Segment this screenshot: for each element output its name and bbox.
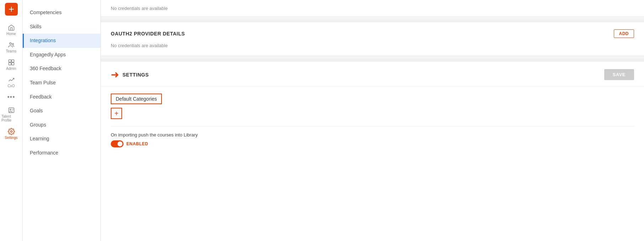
app-logo[interactable] xyxy=(5,3,18,16)
oauth2-no-credentials-text: No credentials are available xyxy=(111,41,168,50)
settings-header-row: ➜ SETTINGS SAVE xyxy=(101,62,644,86)
settings-save-button[interactable]: SAVE xyxy=(604,69,634,80)
svg-rect-4 xyxy=(9,60,11,62)
home-icon xyxy=(8,24,15,31)
sidebar-item-groups[interactable]: Groups xyxy=(23,118,100,132)
push-to-library-toggle[interactable] xyxy=(111,140,124,147)
top-no-credentials-section: No credentials are available xyxy=(101,0,644,17)
nav-item-home[interactable]: Home xyxy=(0,21,22,39)
toggle-state-label: ENABLED xyxy=(126,141,148,146)
arrow-right-icon: ➜ xyxy=(111,69,119,80)
talent-profile-icon xyxy=(8,107,15,114)
nav-item-more[interactable]: ••• xyxy=(0,91,22,104)
divider-2 xyxy=(101,59,644,62)
nav-item-cxo[interactable]: CxO xyxy=(0,73,22,91)
more-dots-icon: ••• xyxy=(7,94,15,101)
toggle-row: On importing push the courses into Libra… xyxy=(111,126,634,147)
oauth2-add-button[interactable]: ADD xyxy=(614,29,634,38)
sidebar-item-competencies[interactable]: Competencies xyxy=(23,6,100,20)
nav-item-admin[interactable]: Admin xyxy=(0,56,22,73)
sidebar-item-skills[interactable]: Skills xyxy=(23,20,100,34)
settings-icon xyxy=(8,128,15,135)
toggle-label-text: On importing push the courses into Libra… xyxy=(111,132,634,138)
settings-section: ➜ SETTINGS SAVE Default Categories + On … xyxy=(101,62,644,241)
nav-item-settings[interactable]: Settings xyxy=(0,125,22,142)
oauth2-section: OAUTH2 PROVIDER DETAILS ADD No credentia… xyxy=(101,22,644,56)
oauth2-no-credentials: No credentials are available xyxy=(111,42,634,49)
nav-label-cxo: CxO xyxy=(8,84,15,88)
admin-icon xyxy=(8,59,15,66)
svg-rect-5 xyxy=(11,60,14,62)
sidebar-item-learning[interactable]: Learning xyxy=(23,132,100,146)
settings-title-wrap: ➜ SETTINGS xyxy=(111,69,149,80)
main-content: No credentials are available OAUTH2 PROV… xyxy=(101,0,644,241)
divider-1 xyxy=(101,19,644,22)
plus-logo-icon xyxy=(8,6,15,13)
sidebar-item-360-feedback[interactable]: 360 Feedback xyxy=(23,62,100,76)
svg-point-12 xyxy=(10,131,12,133)
add-category-button[interactable]: + xyxy=(111,108,122,119)
side-menu: Competencies Skills Integrations Engaged… xyxy=(23,0,101,241)
svg-rect-7 xyxy=(11,63,14,65)
sidebar-item-feedback[interactable]: Feedback xyxy=(23,90,100,104)
settings-body: Default Categories + On importing push t… xyxy=(101,86,644,155)
settings-title: SETTINGS xyxy=(122,72,149,78)
nav-label-teams: Teams xyxy=(6,49,16,53)
toggle-thumb xyxy=(118,141,122,146)
svg-point-3 xyxy=(12,43,13,45)
add-category-icon: + xyxy=(114,110,119,117)
nav-item-teams[interactable]: Teams xyxy=(0,39,22,56)
nav-label-settings: Settings xyxy=(5,136,17,140)
teams-icon xyxy=(8,41,15,49)
nav-label-admin: Admin xyxy=(6,67,16,71)
oauth2-title: OAUTH2 PROVIDER DETAILS xyxy=(111,31,185,37)
nav-label-home: Home xyxy=(6,32,16,36)
oauth2-header: OAUTH2 PROVIDER DETAILS ADD xyxy=(111,29,634,38)
svg-point-9 xyxy=(10,109,11,110)
sidebar-item-goals[interactable]: Goals xyxy=(23,104,100,118)
toggle-wrap: ENABLED xyxy=(111,140,634,147)
nav-label-talent-profile: Talent Profile xyxy=(1,114,21,122)
nav-item-talent-profile[interactable]: Talent Profile xyxy=(0,104,22,125)
default-categories-button[interactable]: Default Categories xyxy=(111,94,162,104)
sidebar-item-integrations[interactable]: Integrations xyxy=(23,34,100,48)
icon-nav: Home Teams Admin CxO ••• xyxy=(0,0,23,241)
svg-point-2 xyxy=(10,43,11,44)
sidebar-item-team-pulse[interactable]: Team Pulse xyxy=(23,76,100,90)
svg-rect-6 xyxy=(9,63,11,65)
svg-rect-1 xyxy=(9,9,14,10)
top-no-credentials-text: No credentials are available xyxy=(111,4,168,12)
sidebar-item-engagedly-apps[interactable]: Engagedly Apps xyxy=(23,48,100,62)
sidebar-item-performance[interactable]: Performance xyxy=(23,146,100,160)
cxo-icon xyxy=(8,76,15,83)
